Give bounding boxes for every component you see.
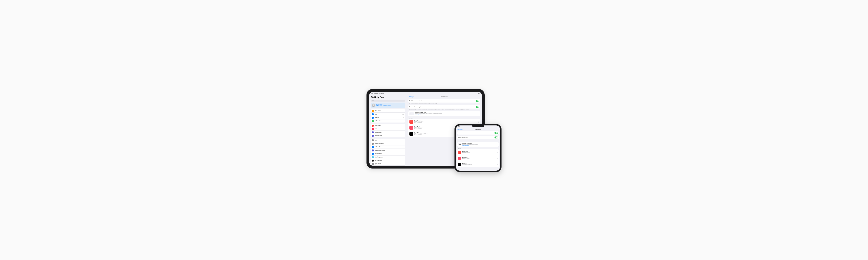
active-section-header: Ativas	[457, 148, 499, 149]
apple-one-promo[interactable]: One Obtenha o Apple One Agrupe até 6 ser…	[457, 142, 499, 147]
apple-one-promo[interactable]: One Obtenha o Apple One Agrupe até 6 ser…	[408, 111, 480, 116]
chevron-right-icon	[497, 156, 498, 160]
settings-sidebar: Definições Pesquisar Ashley Rico ID Appl…	[369, 95, 407, 165]
subscription-arcade[interactable]: Apple ArcadeApple Arcade 3‑month trialEx…	[457, 149, 499, 155]
music-icon	[409, 126, 413, 130]
arcade-icon	[458, 151, 461, 154]
share-toggle[interactable]	[476, 100, 479, 102]
apple-one-icon: One	[458, 143, 462, 145]
sidebar-item-cellular[interactable]: Dados móveis	[371, 119, 405, 122]
sidebar-item-wifi[interactable]: Wi-FiWiFi	[371, 113, 405, 116]
sidebar-item-controlcenter[interactable]: Central de controlo	[371, 142, 405, 145]
search-input[interactable]: Pesquisar	[371, 100, 405, 102]
profile-subtitle: ID Apple, iCloud, Multimédia e compras	[376, 105, 391, 106]
renewal-receipts-row: Faturas de renovação	[457, 136, 499, 139]
ipad-statusbar: 09:41 terça-feira, 9 de janeiro 100%	[369, 92, 482, 95]
settings-title: Definições	[371, 96, 405, 99]
chevron-right-icon	[478, 120, 479, 124]
sidebar-item-notifications[interactable]: Notificações	[371, 124, 405, 127]
active-section-header: Ativas	[408, 117, 480, 119]
subscription-music[interactable]: Apple MusicAssinatura de estudanteRenova…	[457, 155, 499, 161]
share-footnote: As assinaturas elegíveis serão automatic…	[408, 103, 480, 105]
sidebar-item-sounds[interactable]: Sons	[371, 127, 405, 131]
settings-group-connectivity: Modo de voo Wi-FiWiFi BluetoothSim Dados…	[371, 109, 405, 122]
promo-link[interactable]: Experimentar agora	[415, 114, 442, 115]
arcade-icon	[409, 120, 413, 124]
renewal-footnote: Ser‑lhe‑á enviado um e‑mail ou uma push …	[408, 109, 480, 111]
avatar	[372, 104, 375, 107]
profile-row[interactable]: Ashley Rico ID Apple, iCloud, Multimédia…	[371, 103, 405, 108]
promo-link[interactable]: Experimentar agora	[462, 145, 478, 146]
search-icon	[372, 100, 373, 101]
svg-point-2	[373, 105, 374, 105]
page-title: Assinaturas	[475, 129, 481, 130]
chevron-right-icon	[497, 162, 498, 166]
sidebar-item-display[interactable]: Ecrã e brilho	[371, 145, 405, 149]
sidebar-item-focus[interactable]: Concentração	[371, 131, 405, 134]
svg-point-0	[372, 100, 373, 101]
sidebar-item-accessibility[interactable]: Acessibilidade	[371, 152, 405, 155]
renewal-toggle[interactable]	[476, 106, 479, 108]
renewal-toggle[interactable]	[495, 137, 498, 139]
renewal-footnote: Ser‑lhe‑á enviado um e‑mail ou uma push …	[457, 140, 499, 142]
subscription-tvplus[interactable]: Apple TV+Canal de Apple TV – Apple TV+Re…	[457, 161, 499, 167]
iphone-device: 09:41 ID Apple Assinaturas Partilhar nov…	[455, 124, 501, 172]
share-subscriptions-row: Partilhar novas assinaturas	[408, 99, 480, 103]
page-title: Assinaturas	[441, 96, 448, 98]
sidebar-item-bluetooth[interactable]: BluetoothSim	[371, 116, 405, 119]
sidebar-item-homescreen[interactable]: Ecrã principal e Dock	[371, 149, 405, 152]
share-toggle[interactable]	[495, 132, 498, 134]
iphone-notch	[472, 125, 484, 127]
back-button[interactable]: ID Apple	[457, 129, 462, 130]
sidebar-item-siri[interactable]: Siri e Pesquisa	[371, 159, 405, 162]
chevron-right-icon	[497, 150, 498, 154]
music-icon	[458, 157, 461, 160]
sidebar-item-wallpaper[interactable]: Papel de parede	[371, 155, 405, 159]
tvplus-icon	[458, 163, 461, 166]
apple-one-icon: One	[409, 112, 414, 115]
back-button[interactable]: ID Apple	[408, 96, 414, 98]
sidebar-item-screentime[interactable]: Tempo de ecrã	[371, 134, 405, 137]
settings-group-notifications: Notificações Sons Concentração Tempo de …	[371, 124, 405, 137]
sidebar-item-pencil[interactable]: Apple Pencil	[371, 162, 405, 165]
renewal-receipts-row: Faturas de renovação	[408, 105, 480, 109]
share-subscriptions-row: Partilhar novas assinaturas	[457, 131, 499, 135]
tvplus-icon	[409, 132, 413, 136]
settings-group-general: Geral Central de controlo Ecrã e brilho …	[371, 139, 405, 165]
sidebar-item-airplane[interactable]: Modo de voo	[371, 109, 405, 113]
sidebar-item-general[interactable]: Geral	[371, 139, 405, 142]
